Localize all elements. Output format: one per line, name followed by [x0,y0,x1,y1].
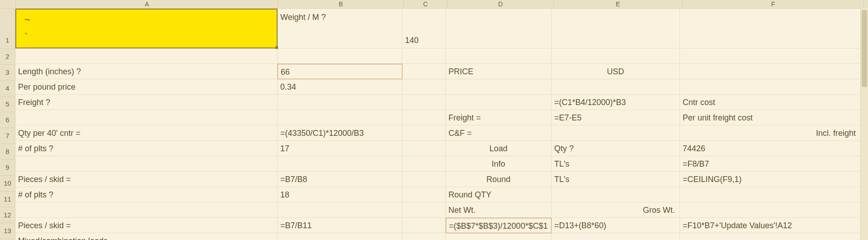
cell-C11[interactable] [402,187,446,202]
cell-F7[interactable]: Incl. freight [680,125,861,141]
cell-A5[interactable]: Freight ? [15,95,278,110]
col-header-B[interactable]: B [278,0,404,8]
cell-D11[interactable]: Round QTY [446,187,552,202]
cell-B13[interactable]: =B7/B11 [278,218,402,233]
cell-F6[interactable]: Per unit freight cost [680,110,861,125]
cell-F13[interactable]: =F10*B7+'Update Values'!A12 [680,218,861,233]
cell-A10[interactable]: Pieces / skid = [15,172,278,187]
cell-F11[interactable] [680,187,861,202]
cell-B12[interactable] [278,202,402,218]
cell-D9[interactable]: Info [446,156,552,172]
cell-F3[interactable] [680,64,861,79]
cell-C14[interactable] [402,233,446,240]
cell-F2[interactable] [680,48,861,64]
cell-D5[interactable] [446,95,552,110]
cell-D8[interactable]: Load [446,141,552,156]
cell-E12[interactable]: Gros Wt. [552,202,680,218]
cell-C7[interactable] [402,125,446,141]
cell-D1[interactable] [446,9,552,48]
cell-A2[interactable] [15,48,278,64]
cell-D7[interactable]: C&F = [446,125,552,141]
cell-B8[interactable]: 17 [278,141,402,156]
cell-D4[interactable] [446,79,552,95]
cell-B9[interactable] [278,156,402,172]
cell-C4[interactable] [402,79,446,95]
cell-B14[interactable] [278,233,402,240]
cell-C5[interactable] [402,95,446,110]
cell-A14[interactable]: Mixed/combination loads [15,233,278,240]
row-header-4[interactable]: 4 [0,81,15,96]
cell-E10[interactable]: TL's [552,172,680,187]
cell-E7[interactable] [552,125,680,141]
cell-B5[interactable] [278,95,402,110]
cell-C12[interactable] [402,202,446,218]
cell-A12[interactable] [15,202,278,218]
cell-E11[interactable] [552,187,680,202]
cell-C3[interactable] [402,64,446,79]
cell-E4[interactable] [552,79,680,95]
cell-E2[interactable] [552,48,680,64]
col-header-A[interactable]: A [16,0,278,8]
cell-C13[interactable] [402,218,446,233]
cell-C8[interactable] [402,141,446,156]
cell-D3[interactable]: PRICE [446,64,552,79]
cell-E8[interactable]: Qty ? [552,141,680,156]
cell-F9[interactable]: =F8/B7 [680,156,861,172]
cell-A11[interactable]: # of plts ? [15,187,278,202]
cell-A8[interactable]: # of plts ? [15,141,278,156]
cell-D14[interactable] [446,233,552,240]
row-header-8[interactable]: 8 [0,144,15,160]
row-header-6[interactable]: 6 [0,112,15,128]
col-header-E[interactable]: E [554,0,683,8]
cell-A7[interactable]: Qty per 40' cntr = [15,125,278,141]
cell-E14[interactable] [552,233,680,240]
cell-A4[interactable]: Per pound price [15,79,278,95]
row-header-11[interactable]: 11 [0,192,15,207]
cell-E1[interactable] [552,9,680,48]
col-header-D[interactable]: D [448,0,554,8]
col-header-F[interactable]: F [683,0,864,8]
cell-E3[interactable]: USD [552,64,680,79]
cell-B2[interactable] [278,48,402,64]
cell-B7[interactable]: =(43350/C1)*12000/B3 [278,125,402,141]
cell-C6[interactable] [402,110,446,125]
row-header-2[interactable]: 2 [0,49,15,65]
vertical-scrollbar[interactable] [860,8,868,240]
vertical-scrollbar-thumb[interactable] [862,10,867,87]
row-header-12[interactable]: 12 [0,207,15,223]
cell-B4[interactable]: 0.34 [278,79,402,95]
row-header-7[interactable]: 7 [0,128,15,144]
cell-D12[interactable]: Net Wt. [446,202,552,218]
cell-F5[interactable]: Cntr cost [680,95,861,110]
cell-C2[interactable] [402,48,446,64]
cell-B6[interactable] [278,110,402,125]
cell-A3[interactable]: Length (inches) ? [15,64,278,79]
cell-D6[interactable]: Freight = [446,110,552,125]
cell-D13[interactable]: =($B$7*$B$3)/12000*$C$1 [446,218,552,233]
cell-E9[interactable]: TL's [552,156,680,172]
cell-B11[interactable]: 18 [278,187,402,202]
cell-F8[interactable]: 74426 [680,141,861,156]
cell-A6[interactable] [15,110,278,125]
cell-A1-active[interactable]: ~ ` [15,9,278,48]
select-all-corner[interactable] [0,0,16,8]
row-header-9[interactable]: 9 [0,160,15,176]
cell-B10[interactable]: =B7/B8 [278,172,402,187]
cell-A13[interactable]: Pieces / skid = [15,218,278,233]
cell-D10[interactable]: Round [446,172,552,187]
row-header-10[interactable]: 10 [0,176,15,192]
cell-F1[interactable] [680,9,861,48]
cell-F4[interactable] [680,79,861,95]
row-header-5[interactable]: 5 [0,96,15,112]
cell-A9[interactable] [15,156,278,172]
cell-F12[interactable] [680,202,861,218]
row-header-13[interactable]: 13 [0,223,15,239]
row-header-3[interactable]: 3 [0,65,15,81]
cell-D2[interactable] [446,48,552,64]
cell-C1[interactable]: 140 [402,9,446,48]
cell-E13[interactable]: =D13+(B8*60) [552,218,680,233]
cell-E5[interactable]: =(C1*B4/12000)*B3 [552,95,680,110]
cell-B3[interactable]: 66 [278,64,402,79]
cell-C9[interactable] [402,156,446,172]
cell-B1[interactable]: Weight / M ? [278,9,402,48]
